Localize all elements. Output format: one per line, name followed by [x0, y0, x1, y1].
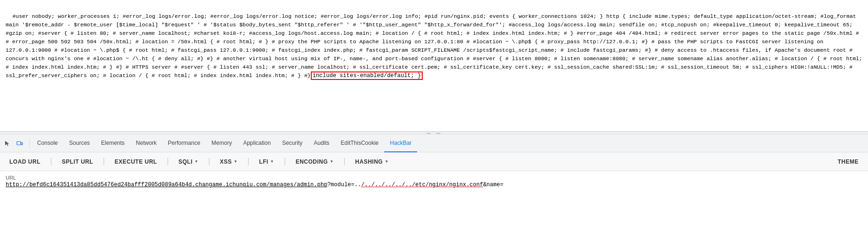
tab-hackbar[interactable]: HackBar — [384, 134, 417, 152]
content-area: #user nobody; worker_processes 1; #error… — [0, 0, 868, 132]
hashing-dropdown-arrow: ▼ — [385, 159, 388, 164]
url-scheme: http://befd6c164351413da85dd5476ed24baff… — [6, 182, 297, 188]
tab-memory[interactable]: Memory — [206, 134, 237, 152]
tab-audits[interactable]: Audits — [308, 134, 335, 152]
hackbar-toolbar: LOAD URL | SPLIT URL | EXECUTE URL | SQL… — [0, 152, 868, 171]
url-value: http://befd6c164351413da85dd5476ed24baff… — [6, 182, 862, 188]
encoding-dropdown-arrow: ▼ — [330, 159, 333, 164]
lfi-dropdown-arrow: ▼ — [270, 159, 274, 164]
tab-sources[interactable]: Sources — [63, 134, 95, 152]
separator-2: | — [101, 158, 107, 166]
tab-console[interactable]: Console — [32, 134, 63, 152]
url-traversal: /../../../../../etc/nginx/nginx.conf — [361, 182, 483, 188]
content-text: #user nobody; worker_processes 1; #error… — [6, 13, 866, 79]
tab-application[interactable]: Application — [237, 134, 276, 152]
url-label: URL — [6, 175, 862, 181]
separator-4: | — [206, 158, 213, 166]
devtools-tabs: Console Sources Elements Network Perform… — [32, 134, 417, 152]
devtools-toolbar: Console Sources Elements Network Perform… — [0, 134, 868, 152]
hashing-button[interactable]: HASHING ▼ — [351, 157, 392, 167]
sqli-button[interactable]: SQLI ▼ — [175, 157, 202, 167]
url-path: admin.php — [297, 182, 327, 188]
url-bar: URL http://befd6c164351413da85dd5476ed24… — [0, 171, 868, 192]
separator-6: | — [282, 158, 288, 166]
lfi-button[interactable]: LFI ▼ — [255, 157, 278, 167]
resize-icon: — — — [426, 129, 441, 137]
tab-performance[interactable]: Performance — [162, 134, 206, 152]
separator-3: | — [165, 158, 171, 166]
tab-network[interactable]: Network — [130, 134, 162, 152]
theme-button[interactable]: THEME — [834, 157, 863, 167]
device-toggle-icon[interactable] — [14, 138, 25, 149]
xss-dropdown-arrow: ▼ — [234, 159, 237, 164]
svg-rect-1 — [21, 142, 23, 145]
sqli-dropdown-arrow: ▼ — [195, 159, 198, 164]
tab-elements[interactable]: Elements — [95, 134, 130, 152]
devtools-icon-group — [2, 138, 30, 149]
separator-1: | — [48, 158, 55, 166]
split-url-button[interactable]: SPLIT URL — [58, 157, 97, 167]
url-params-start: ?module=.. — [327, 182, 361, 188]
tab-editthiscookie[interactable]: EditThisCookie — [335, 134, 385, 152]
cursor-icon[interactable] — [2, 138, 13, 149]
tab-security[interactable]: Security — [276, 134, 308, 152]
url-params-end: &name= — [483, 182, 503, 188]
execute-url-button[interactable]: EXECUTE URL — [111, 157, 161, 167]
xss-button[interactable]: XSS ▼ — [216, 157, 242, 167]
load-url-button[interactable]: LOAD URL — [6, 157, 44, 167]
highlighted-code: include sites-enabled/default; } — [311, 71, 423, 80]
separator-7: | — [341, 158, 348, 166]
svg-rect-0 — [17, 142, 21, 145]
encoding-button[interactable]: ENCODING ▼ — [292, 157, 338, 167]
separator-5: | — [245, 158, 252, 166]
